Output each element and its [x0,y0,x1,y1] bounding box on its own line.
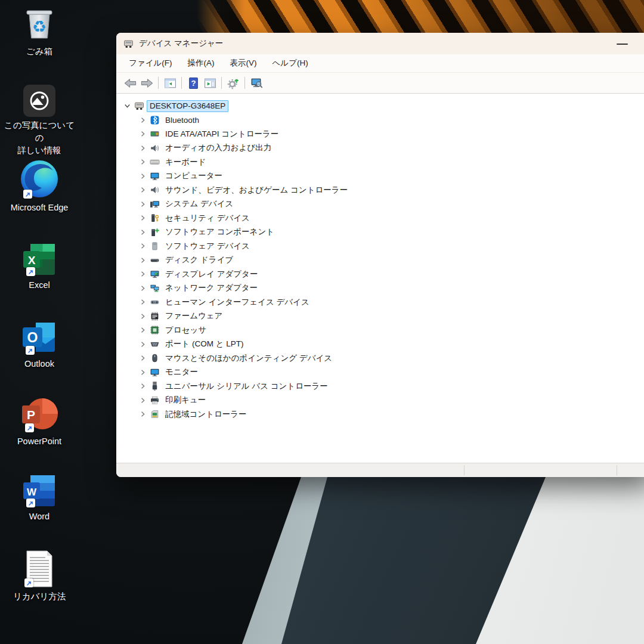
desktop-icon-excel[interactable]: XExcel [0,242,79,292]
tree-item-label[interactable]: 記憶域コントローラー [162,407,250,421]
tree-item-label[interactable]: サウンド、ビデオ、およびゲーム コントローラー [162,183,351,197]
chevron-right-icon[interactable] [137,285,148,292]
tree-item-label[interactable]: ヒューマン インターフェイス デバイス [162,295,312,309]
tree-item-label[interactable]: ソフトウェア デバイス [162,239,253,253]
tree-item[interactable]: ディスク ドライブ [116,253,644,268]
chevron-right-icon[interactable] [137,201,148,208]
forward-arrow-icon [141,77,153,89]
tree-item-label[interactable]: Bluetooth [162,114,202,126]
chevron-right-icon[interactable] [137,369,148,376]
tree-item-label[interactable]: ディスプレイ アダプター [162,267,261,281]
chevron-down-icon[interactable] [122,103,132,109]
tree-item[interactable]: システム デバイス [116,197,644,212]
chevron-right-icon[interactable] [137,229,148,236]
tree-item-root[interactable]: DESKTOP-G3648EP [116,99,644,113]
tree-item-label[interactable]: マウスとそのほかのポインティング デバイス [162,351,335,365]
tree-item[interactable]: オーディオの入力および出力 [116,141,644,156]
tree-item[interactable]: ソフトウェア デバイス [116,239,644,253]
disk-drive-icon [149,255,160,265]
scan-hardware-changes-button[interactable] [248,75,265,91]
chevron-right-icon[interactable] [137,159,148,165]
statusbar [116,463,644,477]
titlebar[interactable]: デバイス マネージャー [116,33,644,54]
chevron-right-icon[interactable] [137,383,148,389]
tree-item-label[interactable]: モニター [162,366,201,379]
tree-item-label[interactable]: セキュリティ デバイス [162,211,253,225]
tree-item-label[interactable]: ポート (COM と LPT) [162,338,246,351]
tree-item[interactable]: ヒューマン インターフェイス デバイス [116,295,644,309]
chevron-right-icon[interactable] [137,173,148,179]
tree-item[interactable]: IDE ATA/ATAPI コントローラー [116,127,644,141]
software-component-icon [149,227,160,237]
tree-item[interactable]: ディスプレイ アダプター [116,267,644,281]
chevron-right-icon[interactable] [137,299,148,305]
properties-window-icon [204,77,216,89]
tree-item[interactable]: コンピューター [116,169,644,184]
menu-file[interactable]: ファイル(F) [121,55,180,71]
minimize-button[interactable] [612,38,633,51]
desktop-icon-recycle-bin[interactable]: ♻ごみ箱 [0,5,79,58]
back-button[interactable] [122,75,138,91]
forward-button[interactable] [138,75,155,91]
tree-item[interactable]: マウスとそのほかのポインティング デバイス [116,351,644,366]
desktop-icon-word[interactable]: WWord [0,473,79,523]
tree-item[interactable]: 印刷キュー [116,394,644,408]
chevron-right-icon[interactable] [137,355,148,361]
tree-item-label[interactable]: プロセッサ [162,323,209,337]
chevron-right-icon[interactable] [137,397,148,404]
tree-item[interactable]: サウンド、ビデオ、およびゲーム コントローラー [116,183,644,197]
desktop-icon-microsoft-edge[interactable]: Microsoft Edge [0,159,79,214]
tree-item-label[interactable]: 印刷キュー [162,394,209,407]
desktop-icon-recovery-doc[interactable]: リカバリ方法 [0,550,79,603]
chevron-right-icon[interactable] [137,341,148,348]
chevron-right-icon[interactable] [137,257,148,264]
chevron-right-icon[interactable] [137,117,148,123]
tree-item-label[interactable]: IDE ATA/ATAPI コントローラー [162,127,281,141]
tree-item[interactable]: 記憶域コントローラー [116,407,644,422]
desktop-icon-outlook[interactable]: OOutlook [0,320,79,370]
tree-item[interactable]: ソフトウェア コンポーネント [116,225,644,240]
menu-view[interactable]: 表示(V) [222,55,265,71]
tree-item[interactable]: プロセッサ [116,323,644,338]
chevron-right-icon[interactable] [137,131,148,137]
tree-item[interactable]: モニター [116,366,644,380]
chevron-right-icon[interactable] [137,187,148,193]
tree-item-label[interactable]: ソフトウェア コンポーネント [162,225,277,239]
tree-item-label[interactable]: オーディオの入力および出力 [162,141,274,155]
tree-item[interactable]: Bluetooth [116,113,644,128]
tree-item-label[interactable]: キーボード [162,155,209,169]
network-adapter-icon [149,283,160,293]
desktop-icon-powerpoint[interactable]: PPowerPoint [0,396,79,448]
tree-item-label[interactable]: コンピューター [162,169,225,183]
tree-item[interactable]: ユニバーサル シリアル バス コントローラー [116,379,644,394]
tree-item-label[interactable]: ネットワーク アダプター [162,281,261,295]
tree-item[interactable]: ポート (COM と LPT) [116,338,644,352]
chevron-right-icon[interactable] [137,271,148,277]
chevron-right-icon[interactable] [137,411,148,417]
help-icon: ? [187,77,200,89]
tree-item-label[interactable]: システム デバイス [162,197,236,211]
properties-button[interactable] [202,75,218,91]
chevron-right-icon[interactable] [137,243,148,249]
tree-item[interactable]: ネットワーク アダプター [116,281,644,296]
tree-item-label[interactable]: DESKTOP-G3648EP [147,100,228,112]
menu-help[interactable]: ヘルプ(H) [265,55,316,71]
chevron-right-icon[interactable] [137,215,148,221]
show-console-tree-button[interactable] [162,75,178,91]
update-driver-button[interactable] [225,75,242,91]
tree-item[interactable]: キーボード [116,155,644,169]
desktop-icon-photo-info[interactable]: この写真についての詳しい情報 [0,85,79,157]
tree-item-label[interactable]: ユニバーサル シリアル バス コントローラー [162,379,331,393]
tree-item-label[interactable]: ファームウェア [162,309,225,323]
update-driver-icon [227,77,240,89]
tree-item[interactable]: ファームウェア [116,309,644,324]
keyboard-icon [149,157,160,168]
software-device-icon [149,241,160,252]
help-button[interactable]: ? [185,75,202,91]
chevron-right-icon[interactable] [137,327,148,333]
chevron-right-icon[interactable] [137,145,148,151]
tree-item[interactable]: セキュリティ デバイス [116,211,644,225]
tree-item-label[interactable]: ディスク ドライブ [162,253,236,267]
menu-action[interactable]: 操作(A) [180,55,222,71]
chevron-right-icon[interactable] [137,313,148,320]
